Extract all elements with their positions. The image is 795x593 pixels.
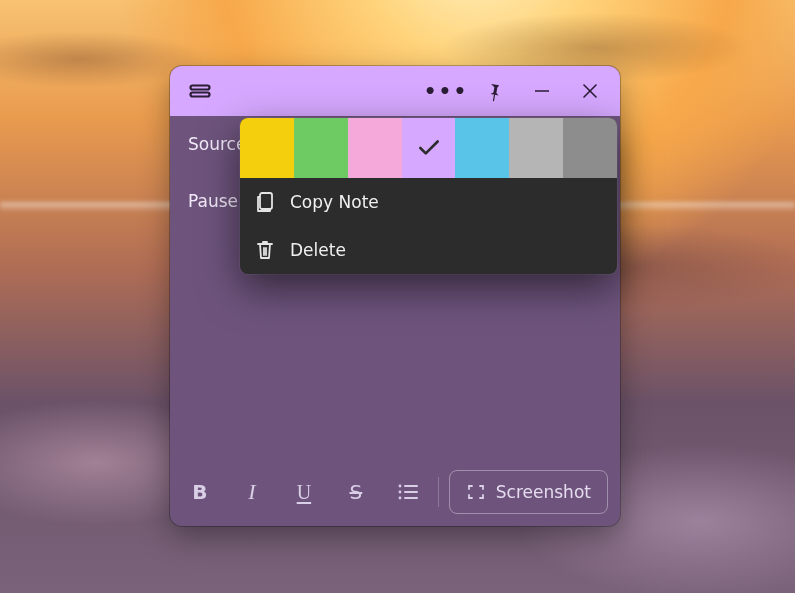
close-button[interactable] <box>568 69 612 113</box>
bold-icon: B <box>192 480 207 504</box>
bold-button[interactable]: B <box>174 470 226 514</box>
svg-rect-1 <box>191 93 210 97</box>
svg-rect-0 <box>191 86 210 90</box>
svg-point-5 <box>398 485 401 488</box>
close-icon <box>582 83 598 99</box>
list-icon <box>397 483 419 501</box>
menu-item-delete[interactable]: Delete <box>240 226 617 274</box>
pin-icon <box>480 77 508 105</box>
trash-icon <box>254 239 276 261</box>
svg-point-7 <box>398 491 401 494</box>
screenshot-icon <box>466 482 486 502</box>
more-options-button[interactable]: ••• <box>424 69 468 113</box>
strikethrough-icon: S <box>350 480 363 504</box>
menu-item-label: Copy Note <box>290 192 379 212</box>
svg-rect-11 <box>260 193 272 209</box>
color-swatch-grey[interactable] <box>509 118 563 178</box>
color-swatch-yellow[interactable] <box>240 118 294 178</box>
italic-icon: I <box>248 479 255 505</box>
note-options-menu: Copy NoteDelete <box>240 118 617 274</box>
color-swatch-darkgrey[interactable] <box>563 118 617 178</box>
titlebar: ••• <box>170 66 620 116</box>
svg-point-9 <box>398 497 401 500</box>
drag-handle-icon[interactable] <box>178 69 222 113</box>
menu-item-label: Delete <box>290 240 346 260</box>
color-swatch-green[interactable] <box>294 118 348 178</box>
minimize-icon <box>533 82 551 100</box>
menu-item-copy[interactable]: Copy Note <box>240 178 617 226</box>
color-swatch-pink[interactable] <box>348 118 402 178</box>
underline-button[interactable]: U <box>278 470 330 514</box>
copy-icon <box>254 191 276 213</box>
check-icon <box>416 135 442 161</box>
bullet-list-button[interactable] <box>382 470 434 514</box>
minimize-button[interactable] <box>520 69 564 113</box>
underline-icon: U <box>297 481 311 504</box>
format-toolbar: B I U S Screenshot <box>170 466 620 518</box>
pin-button[interactable] <box>472 69 516 113</box>
color-swatch-blue[interactable] <box>455 118 509 178</box>
italic-button[interactable]: I <box>226 470 278 514</box>
more-icon: ••• <box>424 81 468 101</box>
toolbar-divider <box>438 477 439 507</box>
strikethrough-button[interactable]: S <box>330 470 382 514</box>
screenshot-button[interactable]: Screenshot <box>449 470 608 514</box>
screenshot-label: Screenshot <box>496 482 591 502</box>
color-swatch-row <box>240 118 617 178</box>
color-swatch-purple[interactable] <box>402 118 456 178</box>
